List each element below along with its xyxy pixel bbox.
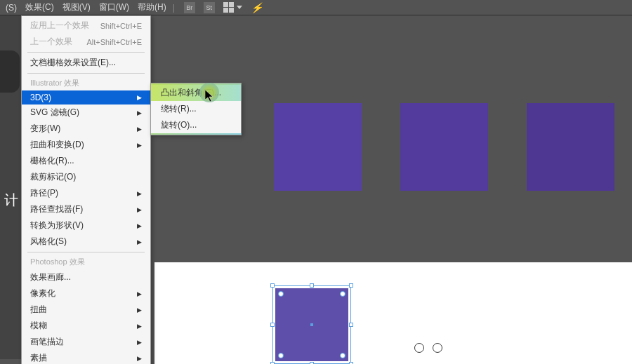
- item-label: 上一个效果: [30, 36, 72, 48]
- chevron-down-icon[interactable]: [237, 6, 242, 9]
- item-label: 栅格化(R)...: [30, 155, 74, 167]
- menu-item[interactable]: 转换为形状(V)▶: [22, 217, 150, 234]
- menu-effect[interactable]: 效果(C): [21, 0, 58, 15]
- item-label: 裁剪标记(O): [30, 171, 76, 183]
- menu-view[interactable]: 视图(V): [58, 0, 95, 15]
- menu-item[interactable]: 路径(P)▶: [22, 185, 150, 201]
- anchor-point[interactable]: [340, 353, 345, 358]
- item-label: 3D(3): [30, 93, 51, 102]
- arrange-icon[interactable]: [223, 2, 234, 13]
- item-label: 应用上一个效果: [30, 20, 89, 32]
- item-label: 风格化(S): [30, 236, 67, 248]
- chevron-right-icon: ▶: [137, 306, 142, 314]
- circle-2[interactable]: [433, 343, 442, 353]
- bridge-icon[interactable]: Br: [184, 2, 195, 13]
- anchor-point[interactable]: [278, 291, 284, 297]
- item-label: SVG 滤镜(G): [30, 107, 79, 119]
- divider: [27, 52, 145, 53]
- menu-item[interactable]: 风格化(S)▶: [22, 234, 150, 250]
- 3d-submenu: 凸出和斜角(E)...绕转(R)...旋转(O)...: [150, 83, 242, 135]
- preview-square-1: [274, 103, 362, 191]
- menu-help[interactable]: 帮助(H): [133, 0, 171, 15]
- doc-raster-settings[interactable]: 文档栅格效果设置(E)...: [22, 55, 150, 71]
- item-label: 素描: [30, 352, 47, 364]
- menu-item[interactable]: 路径查找器(F)▶: [22, 201, 150, 217]
- handle-top-middle[interactable]: [310, 283, 314, 288]
- preview-square-3: [527, 103, 614, 191]
- chevron-right-icon: ▶: [137, 323, 142, 330]
- handle-middle-left[interactable]: [270, 323, 275, 327]
- menu-item[interactable]: 旋转(O)...: [151, 117, 241, 133]
- menu-item[interactable]: 绕转(R)...: [151, 101, 241, 117]
- item-label: 路径(P): [30, 187, 58, 199]
- item-shortcut: Alt+Shift+Ctrl+E: [86, 38, 142, 46]
- chevron-right-icon: ▶: [137, 190, 142, 197]
- menu-item[interactable]: 裁剪标记(O): [22, 169, 150, 185]
- menu-item[interactable]: 扭曲和变换(D)▶: [22, 137, 150, 153]
- menu-window[interactable]: 窗口(W): [95, 0, 133, 15]
- circle-paths[interactable]: [414, 343, 442, 353]
- divider: [27, 252, 145, 252]
- item-label: 模糊: [30, 320, 47, 332]
- menu-item[interactable]: 变形(W)▶: [22, 121, 150, 137]
- menubar: (S) 效果(C) 视图(V) 窗口(W) 帮助(H) | Br St ⚡: [0, 0, 632, 15]
- chevron-right-icon: ▶: [137, 355, 142, 362]
- stock-icon[interactable]: St: [204, 2, 215, 13]
- artboard[interactable]: [154, 262, 632, 364]
- apply-last-effect: 应用上一个效果 Shift+Ctrl+E: [22, 18, 150, 34]
- item-label: 旋转(O)...: [161, 119, 197, 131]
- last-effect: 上一个效果 Alt+Shift+Ctrl+E: [22, 34, 150, 50]
- item-label: 绕转(R)...: [161, 103, 197, 115]
- menu-item[interactable]: 模糊▶: [22, 318, 150, 334]
- chevron-right-icon: ▶: [137, 94, 142, 101]
- preview-square-2: [400, 103, 488, 191]
- chevron-right-icon: ▶: [137, 126, 142, 133]
- menu-item[interactable]: 扭曲▶: [22, 302, 150, 318]
- item-shortcut: Shift+Ctrl+E: [100, 22, 142, 30]
- item-label: 文档栅格效果设置(E)...: [30, 57, 116, 69]
- circle-1[interactable]: [414, 343, 424, 353]
- item-label: 凸出和斜角(E)...: [161, 87, 221, 99]
- chevron-right-icon: ▶: [137, 339, 142, 346]
- section-photoshop: Photoshop 效果: [22, 255, 150, 269]
- item-label: 路径查找器(F): [30, 203, 83, 215]
- chevron-right-icon: ▶: [137, 238, 142, 245]
- anchor-point[interactable]: [340, 291, 345, 297]
- item-label: 效果画廊...: [30, 271, 71, 283]
- menu-item[interactable]: SVG 滤镜(G)▶: [22, 105, 150, 121]
- handle-top-left[interactable]: [270, 283, 275, 288]
- menu-item[interactable]: 凸出和斜角(E)...: [151, 85, 241, 101]
- item-label: 变形(W): [30, 123, 60, 135]
- chevron-right-icon: ▶: [137, 142, 142, 149]
- handle-middle-right[interactable]: [349, 323, 353, 327]
- item-label: 扭曲和变换(D): [30, 139, 84, 151]
- swoosh-icon[interactable]: ⚡: [251, 2, 263, 13]
- effect-menu-dropdown: 应用上一个效果 Shift+Ctrl+E 上一个效果 Alt+Shift+Ctr…: [21, 15, 151, 364]
- menu-item[interactable]: 3D(3)▶: [22, 90, 150, 105]
- menu-item[interactable]: 素描▶: [22, 350, 150, 364]
- menu-s[interactable]: (S): [1, 1, 21, 15]
- menu-item[interactable]: 画笔描边▶: [22, 334, 150, 350]
- item-label: 像素化: [30, 288, 55, 299]
- menu-item[interactable]: 效果画廊...: [22, 269, 150, 285]
- item-label: 转换为形状(V): [30, 220, 84, 231]
- chevron-right-icon: ▶: [137, 222, 142, 229]
- item-label: 画笔描边: [30, 336, 64, 348]
- divider: [27, 73, 145, 74]
- item-label: 扭曲: [30, 304, 47, 316]
- anchor-point[interactable]: [278, 353, 284, 358]
- chevron-right-icon: ▶: [137, 290, 142, 297]
- menu-item[interactable]: 像素化▶: [22, 285, 150, 302]
- object-center: [310, 323, 313, 326]
- toolbar-icons: Br St ⚡: [184, 2, 263, 13]
- menu-divider: |: [173, 3, 175, 13]
- handle-top-right[interactable]: [349, 283, 353, 288]
- section-illustrator: Illustrator 效果: [22, 76, 150, 90]
- chevron-right-icon: ▶: [137, 109, 142, 116]
- chevron-right-icon: ▶: [137, 206, 142, 213]
- menu-item[interactable]: 栅格化(R)...: [22, 153, 150, 169]
- selected-rectangle[interactable]: [274, 287, 350, 363]
